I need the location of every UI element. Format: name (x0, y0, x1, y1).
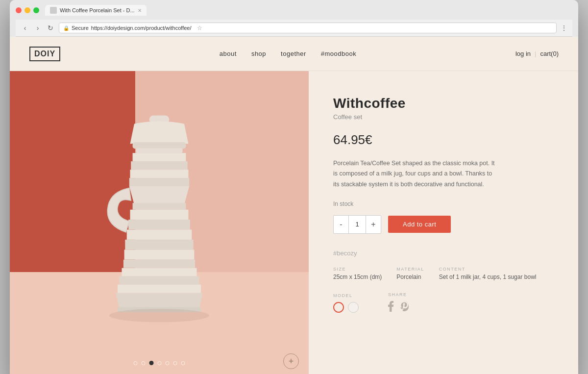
share-label: SHARE (388, 292, 409, 297)
website: DOIY about shop together #moodbook log i… (10, 37, 578, 374)
browser-window: With Coffee Porcelain Set - D... ✕ ‹ › ↻… (10, 0, 578, 374)
login-link[interactable]: log in (515, 50, 531, 57)
tab-close-icon[interactable]: ✕ (138, 8, 142, 13)
facebook-icon[interactable] (388, 301, 394, 314)
site-nav: about shop together #moodbook (220, 50, 356, 57)
site-main: + Withcoffee Coffee set 64.95€ Porcelain… (10, 71, 578, 374)
browser-tab[interactable]: With Coffee Porcelain Set - D... ✕ (45, 5, 147, 16)
nav-moodbook[interactable]: #moodbook (321, 50, 356, 57)
image-dots (134, 361, 185, 365)
pinterest-icon[interactable] (400, 301, 409, 314)
svg-rect-2 (136, 148, 182, 153)
svg-rect-5 (130, 170, 189, 178)
browser-menu-button[interactable]: ⋮ (561, 24, 567, 32)
traffic-lights (16, 7, 39, 13)
quantity-plus-button[interactable]: + (366, 216, 381, 233)
svg-rect-14 (122, 268, 197, 276)
spec-material: MATERIAL Porcelain (396, 267, 424, 280)
dot-7[interactable] (181, 361, 185, 365)
browser-chrome: With Coffee Porcelain Set - D... ✕ ‹ › ↻… (10, 0, 578, 37)
product-info: Withcoffee Coffee set 64.95€ Porcelain T… (309, 71, 578, 374)
spec-content: CONTENT Set of 1 milk jar, 4 cups, 1 sug… (439, 267, 537, 280)
content-value: Set of 1 milk jar, 4 cups, 1 sugar bowl (439, 274, 537, 280)
model-options (333, 302, 359, 313)
maximize-button[interactable] (33, 7, 39, 13)
share-icons (388, 301, 409, 314)
divider: | (535, 50, 536, 57)
add-to-cart-button[interactable]: Add to cart (388, 216, 451, 233)
product-subtitle: Coffee set (333, 113, 554, 121)
product-title: Withcoffee (333, 96, 554, 111)
site-actions: log in | cart(0) (515, 50, 559, 57)
svg-rect-12 (124, 249, 195, 259)
swatch-red[interactable] (333, 302, 344, 313)
material-label: MATERIAL (396, 267, 424, 272)
svg-rect-10 (127, 230, 192, 240)
close-button[interactable] (16, 7, 22, 13)
size-label: SIZE (333, 267, 382, 272)
model-share-row: MODEL SHARE (333, 292, 554, 314)
svg-rect-4 (131, 161, 188, 170)
svg-rect-15 (119, 276, 199, 285)
address-bar[interactable]: 🔒 Secure https://doiydesign.com/product/… (59, 23, 557, 33)
dot-4[interactable] (158, 361, 162, 365)
cart-link[interactable]: cart(0) (540, 50, 559, 57)
secure-label: Secure (72, 25, 89, 31)
nav-about[interactable]: about (220, 50, 237, 57)
nav-together[interactable]: together (281, 50, 306, 57)
dot-2[interactable] (142, 361, 146, 365)
svg-rect-8 (130, 210, 189, 220)
dot-5[interactable] (166, 361, 170, 365)
svg-rect-7 (133, 203, 186, 210)
spec-size: SIZE 25cm x 15cm (dm) (333, 267, 382, 280)
svg-rect-13 (123, 260, 195, 268)
secure-icon: 🔒 (63, 25, 69, 31)
tab-favicon (50, 7, 57, 14)
dot-6[interactable] (173, 361, 177, 365)
dot-3[interactable] (149, 361, 154, 365)
svg-rect-9 (128, 220, 190, 229)
svg-rect-6 (129, 178, 189, 186)
swatch-white[interactable] (348, 302, 359, 313)
share-section: SHARE (388, 292, 409, 314)
nav-shop[interactable]: shop (251, 50, 266, 57)
quantity-minus-button[interactable]: - (334, 216, 348, 233)
browser-toolbar: ‹ › ↻ 🔒 Secure https://doiydesign.com/pr… (16, 20, 572, 37)
url-text: https://doiydesign.com/product/withcoffe… (91, 25, 192, 31)
zoom-button[interactable]: + (283, 353, 299, 369)
bookmark-icon[interactable]: ☆ (197, 25, 202, 31)
size-value: 25cm x 15cm (dm) (333, 274, 382, 280)
quantity-control: - 1 + (333, 215, 381, 234)
product-image-area: + (10, 71, 309, 374)
tab-title: With Coffee Porcelain Set - D... (60, 7, 135, 13)
content-label: CONTENT (439, 267, 537, 272)
site-header: DOIY about shop together #moodbook log i… (10, 37, 578, 71)
specs-row: SIZE 25cm x 15cm (dm) MATERIAL Porcelain… (333, 267, 554, 280)
svg-rect-3 (133, 153, 186, 161)
product-image (76, 108, 243, 343)
product-hashtag: #becozy (333, 249, 554, 257)
dot-1[interactable] (134, 361, 138, 365)
back-button[interactable]: ‹ (21, 24, 29, 32)
svg-rect-16 (118, 285, 201, 293)
refresh-button[interactable]: ↻ (46, 24, 55, 32)
svg-rect-11 (125, 240, 193, 249)
product-price: 64.95€ (333, 132, 554, 148)
material-value: Porcelain (396, 274, 424, 280)
product-description: Porcelain Tea/Coffee Set shaped as the c… (333, 158, 500, 190)
site-logo[interactable]: DOIY (29, 47, 60, 61)
forward-button[interactable]: › (33, 24, 42, 32)
browser-titlebar: With Coffee Porcelain Set - D... ✕ (16, 5, 572, 16)
add-to-cart-row: - 1 + Add to cart (333, 215, 554, 234)
stock-status: In stock (333, 200, 554, 207)
model-label: MODEL (333, 293, 359, 298)
svg-point-18 (109, 309, 209, 322)
quantity-value: 1 (348, 216, 366, 233)
svg-rect-1 (133, 142, 186, 149)
minimize-button[interactable] (24, 7, 30, 13)
model-section: MODEL (333, 293, 359, 313)
